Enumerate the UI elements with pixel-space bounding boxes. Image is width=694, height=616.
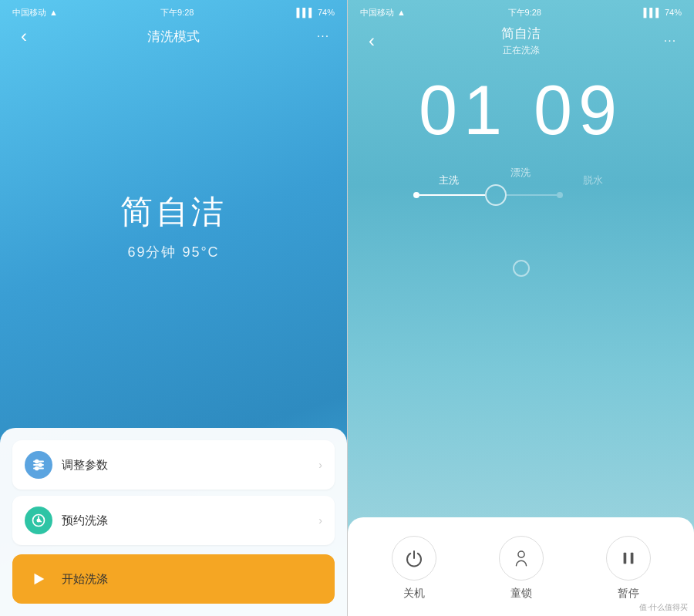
svg-point-4 [39, 463, 42, 466]
phone-right: 中国移动 ▲ 下午9:28 ▌▌▌ 74% ‹ 简自洁 正在洗涤 ··· 01 … [347, 0, 694, 616]
control-buttons: 关机 童锁 暂停 [360, 536, 682, 601]
page-title-right: 简自洁 [383, 25, 659, 42]
mode-description: 69分钟 95°C [127, 243, 219, 261]
step-main-wash-line [413, 192, 485, 198]
start-icon [25, 565, 52, 593]
left-main-content: 简自洁 69分钟 95°C [0, 54, 347, 428]
watermark: 值·什么值得买 [639, 602, 688, 613]
nav-title-left: 清洗模式 [35, 28, 312, 45]
more-button-right[interactable]: ··· [659, 29, 682, 52]
svg-point-9 [517, 551, 524, 557]
more-icon-left: ··· [317, 29, 329, 43]
step-rinse-dot [485, 184, 507, 206]
pause-label: 暂停 [618, 587, 639, 601]
power-icon [392, 536, 436, 581]
power-off-button[interactable]: 关机 [376, 536, 453, 601]
step-spin-line [557, 192, 628, 198]
wifi-icon-right: ▲ [397, 8, 406, 17]
schedule-item-left: 预约洗涤 [25, 507, 108, 534]
start-label: 开始洗涤 [62, 572, 108, 587]
timer-display: 01 09 [419, 71, 623, 150]
battery-icon-left: 74% [318, 8, 335, 17]
svg-marker-8 [35, 574, 45, 585]
schedule-chevron-icon: › [318, 514, 322, 527]
child-lock-button[interactable]: 童锁 [483, 536, 560, 601]
adjust-icon [25, 451, 52, 479]
page-subtitle-right: 正在洗涤 [383, 44, 659, 57]
page-title-left: 清洗模式 [35, 28, 312, 45]
adjust-chevron-icon: › [318, 459, 322, 471]
back-button-right[interactable]: ‹ [360, 29, 383, 52]
status-bar-right: 中国移动 ▲ 下午9:28 ▌▌▌ 74% [348, 0, 694, 22]
step-rinse-line [485, 184, 557, 206]
phone-left: 中国移动 ▲ 下午9:28 ▌▌▌ 74% ‹ 清洗模式 ··· 简自洁 69分… [0, 0, 347, 616]
step-rinse: 漂洗 [485, 166, 557, 206]
signal-icon-left: ▌▌▌ [297, 8, 315, 17]
status-left: 中国移动 ▲ [12, 7, 58, 19]
schedule-item[interactable]: 预约洗涤 › [12, 496, 335, 545]
start-wash-button[interactable]: 开始洗涤 [12, 554, 335, 604]
progress-steps: 主洗 漂洗 脱水 [413, 166, 629, 206]
more-button-left[interactable]: ··· [312, 25, 335, 48]
child-lock-icon [499, 536, 544, 581]
step-main-wash-dot [413, 192, 419, 198]
nav-bar-left: ‹ 清洗模式 ··· [0, 22, 347, 54]
adjust-item-left: 调整参数 [25, 451, 108, 479]
back-icon-left: ‹ [21, 25, 27, 47]
nav-bar-right: ‹ 简自洁 正在洗涤 ··· [348, 22, 694, 63]
step-spin: 脱水 [557, 173, 628, 198]
nav-title-right: 简自洁 正在洗涤 [383, 25, 659, 57]
child-lock-label: 童锁 [510, 587, 532, 601]
status-right-left: ▌▌▌ 74% [297, 8, 335, 17]
mode-name: 简自洁 [120, 190, 227, 234]
step-spin-label: 脱水 [583, 173, 603, 187]
svg-point-5 [35, 467, 39, 470]
power-label: 关机 [403, 587, 425, 601]
status-right-right: ▌▌▌ 74% [644, 8, 682, 17]
schedule-label: 预约洗涤 [62, 513, 108, 528]
wifi-icon-left: ▲ [49, 8, 58, 17]
step-main-wash: 主洗 [413, 173, 485, 198]
schedule-icon [25, 507, 52, 534]
signal-icon-right: ▌▌▌ [644, 8, 662, 17]
step-spin-dot [557, 192, 563, 198]
svg-point-7 [37, 519, 39, 521]
right-bottom-panel: 关机 童锁 暂停 [348, 517, 694, 616]
time-left: 下午9:28 [160, 7, 194, 19]
pause-icon [606, 536, 651, 581]
bottom-panel-left: 调整参数 › 预约洗涤 › [0, 428, 347, 616]
adjust-label: 调整参数 [62, 458, 108, 473]
right-main-content: 01 09 主洗 漂洗 脱水 [348, 63, 694, 517]
time-right: 下午9:28 [508, 7, 541, 19]
small-indicator [513, 260, 530, 277]
back-button-left[interactable]: ‹ [12, 25, 35, 48]
status-left-right: 中国移动 ▲ [360, 7, 406, 19]
step-rinse-connector [507, 194, 557, 196]
step-rinse-label: 漂洗 [510, 166, 531, 180]
step-main-wash-connector [419, 194, 485, 196]
adjust-params-item[interactable]: 调整参数 › [12, 440, 335, 490]
pause-button[interactable]: 暂停 [590, 536, 667, 601]
svg-point-3 [35, 460, 39, 463]
svg-rect-11 [630, 553, 633, 564]
svg-rect-10 [623, 553, 626, 564]
step-main-wash-label: 主洗 [439, 173, 459, 187]
battery-icon-right: 74% [665, 8, 682, 17]
carrier-right: 中国移动 [360, 7, 394, 19]
status-bar-left: 中国移动 ▲ 下午9:28 ▌▌▌ 74% [0, 0, 347, 22]
back-icon-right: ‹ [369, 30, 375, 52]
more-icon-right: ··· [664, 34, 676, 48]
carrier-left: 中国移动 [12, 7, 46, 19]
